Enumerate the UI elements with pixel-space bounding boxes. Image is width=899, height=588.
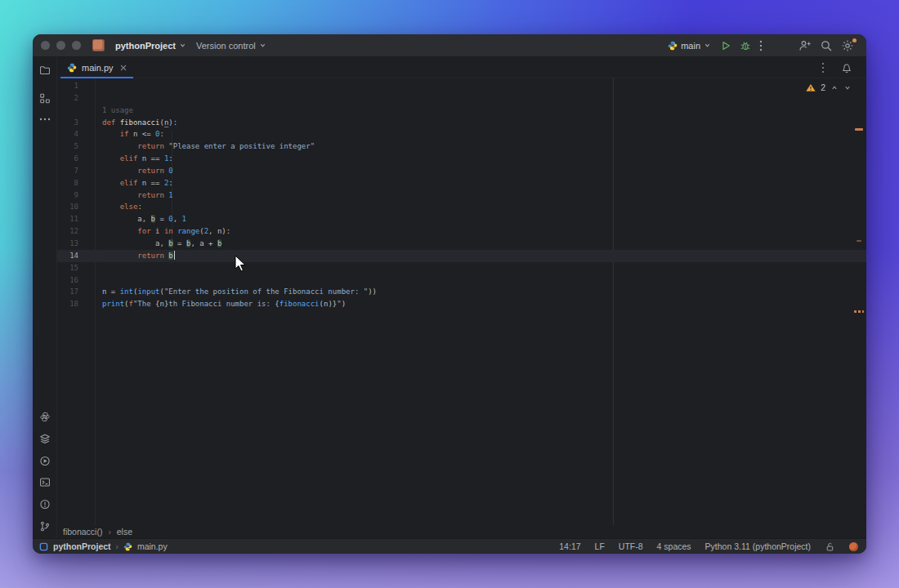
code-row[interactable]: 13 a, b = b, a + b [57,238,866,250]
line-number[interactable]: 9 [57,189,83,202]
line-number[interactable]: 8 [57,177,83,189]
terminal-tool-button[interactable] [35,472,55,492]
run-config-name: main [681,41,700,51]
code-line[interactable]: return "Please enter a positive integer" [83,140,866,153]
line-number[interactable]: 12 [57,225,83,238]
search-everywhere-button[interactable] [816,38,837,54]
debug-button[interactable] [736,38,755,53]
breadcrumb-item-function[interactable]: fibonacci() [63,527,102,537]
code-line[interactable]: elif n == 2: [83,177,866,189]
error-stripe-mark[interactable] [855,128,863,131]
chevron-down-icon [179,42,186,49]
tab-options-button[interactable] [817,60,829,75]
code-row[interactable]: 11 a, b = 0, 1 [57,213,866,225]
next-problem-icon[interactable] [843,84,852,91]
caret-position-widget[interactable]: 14:17 [559,541,580,551]
code-row[interactable]: 8 elif n == 2: [57,177,866,189]
settings-button[interactable] [837,38,858,54]
python-packages-tool-button[interactable] [35,407,55,426]
code-line[interactable]: if n <= 0: [83,128,866,140]
window-zoom-button[interactable] [72,41,81,50]
line-separator-widget[interactable]: LF [595,541,605,551]
code-line[interactable]: print(f"The {n}th Fibonacci number is: {… [83,298,866,310]
interpreter-widget[interactable]: Python 3.11 (pythonProject) [705,541,811,551]
inspection-widget[interactable]: 2 [806,82,852,92]
code-row[interactable]: 4 if n <= 0: [57,128,866,140]
run-tool-button[interactable] [35,451,55,470]
line-number[interactable]: 14 [57,250,83,262]
line-number[interactable]: 4 [57,128,83,140]
more-tool-windows-button[interactable] [35,109,55,129]
code-row[interactable]: 16 [57,274,866,287]
line-number[interactable]: 3 [57,117,83,129]
line-number[interactable]: 10 [57,201,83,213]
code-row[interactable]: 2 [57,92,866,105]
prev-problem-icon[interactable] [830,84,839,91]
structure-tool-button[interactable] [35,88,55,108]
line-number[interactable]: 2 [57,92,83,105]
code-row[interactable]: 3def fibonacci(n): [57,117,866,129]
code-line[interactable]: a, b = b, a + b [83,238,866,250]
line-number[interactable]: 16 [57,274,83,287]
code-line[interactable]: def fibonacci(n): [83,117,866,129]
line-number[interactable]: 15 [57,262,83,274]
tab-bar: main.py [57,57,866,78]
code-line[interactable]: return 0 [83,165,866,177]
line-number[interactable]: 5 [57,140,83,153]
run-configuration-selector[interactable]: main [663,38,716,53]
tab-close-icon[interactable] [120,65,127,71]
code-line[interactable]: return 1 [83,189,866,202]
code-line[interactable]: n = int(input("Enter the position of the… [83,286,866,298]
editor-pane[interactable]: 121 usage3def fibonacci(n):4 if n <= 0:5… [57,78,866,525]
code-row[interactable]: 14 return b [57,250,866,262]
code-row[interactable]: 15 [57,262,866,274]
project-menu[interactable]: pythonProject [110,38,191,53]
code-with-me-button[interactable] [794,38,816,54]
run-button[interactable] [716,38,736,53]
breadcrumb-item-block[interactable]: else [117,527,132,537]
status-file-name[interactable]: main.py [137,541,168,551]
code-line[interactable]: elif n == 1: [83,153,866,165]
code-row[interactable]: 5 return "Please enter a positive intege… [57,140,866,153]
code-area: 121 usage3def fibonacci(n):4 if n <= 0:5… [57,80,866,310]
version-control-tool-button[interactable] [35,516,55,536]
line-number[interactable]: 7 [57,165,83,177]
window-close-button[interactable] [41,41,50,50]
window-minimize-button[interactable] [56,41,65,50]
line-number[interactable]: 13 [57,238,83,250]
line-number[interactable]: 18 [57,298,83,310]
error-stripe-mark[interactable] [857,240,861,242]
encoding-widget[interactable]: UTF-8 [619,541,643,551]
code-line[interactable]: a, b = 0, 1 [83,213,866,225]
code-row[interactable]: 1 [57,80,866,92]
line-number[interactable]: 11 [57,213,83,225]
person-plus-icon [798,39,812,52]
more-actions-button[interactable] [755,38,767,53]
indent-widget[interactable]: 4 spaces [657,541,691,551]
code-line[interactable]: for i in range(2, n): [83,225,866,238]
project-tool-button[interactable] [35,60,55,80]
inlay-hint-row[interactable]: 1 usage [57,105,866,117]
code-row[interactable]: 10 else: [57,201,866,213]
lock-open-icon[interactable] [825,541,835,552]
line-number[interactable]: 6 [57,153,83,165]
usage-hint[interactable]: 1 usage [83,105,866,117]
code-line[interactable]: return b [83,250,866,262]
code-row[interactable]: 6 elif n == 1: [57,153,866,165]
status-project-name[interactable]: pythonProject [53,541,111,551]
code-row[interactable]: 7 return 0 [57,165,866,177]
code-row[interactable]: 9 return 1 [57,189,866,202]
version-control-menu[interactable]: Version control [191,38,271,53]
notification-indicator[interactable] [849,542,858,551]
code-row[interactable]: 12 for i in range(2, n): [57,225,866,238]
services-tool-button[interactable] [35,429,55,448]
problems-tool-button[interactable] [35,494,55,514]
code-row[interactable]: 17n = int(input("Enter the position of t… [57,286,866,298]
line-number[interactable]: 1 [57,80,83,92]
notifications-button[interactable] [837,60,857,75]
line-number[interactable]: 17 [57,286,83,298]
tab-main-py[interactable]: main.py [60,57,133,78]
error-stripe-mark[interactable] [854,310,864,313]
code-row[interactable]: 18print(f"The {n}th Fibonacci number is:… [57,298,866,310]
code-line[interactable]: else: [83,201,866,213]
